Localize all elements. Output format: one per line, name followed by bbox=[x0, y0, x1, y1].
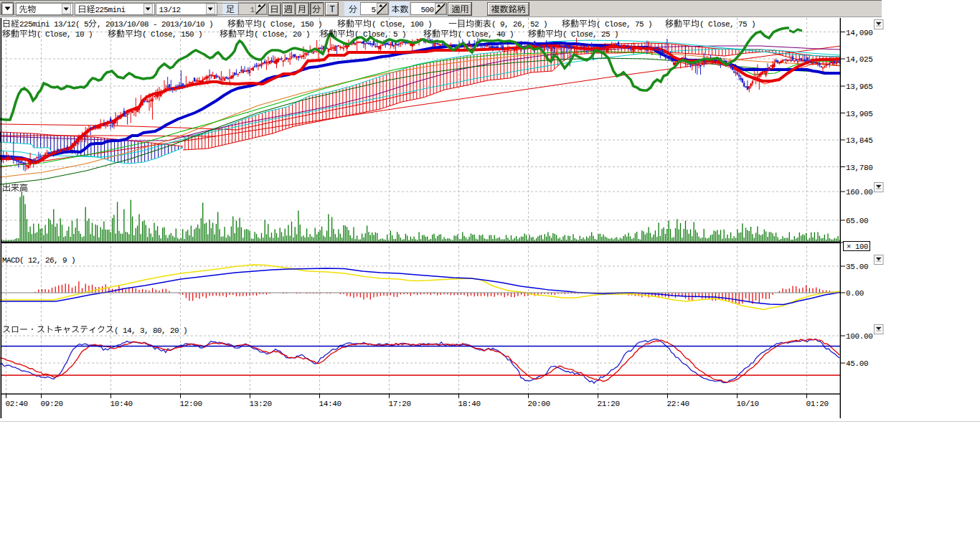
svg-text:225mini: 225mini bbox=[95, 6, 126, 14]
svg-text:( Close, 75 ): ( Close, 75 ) bbox=[699, 20, 755, 29]
svg-text:( 14, 3, 80, 20 ): ( 14, 3, 80, 20 ) bbox=[114, 326, 187, 335]
svg-text:09:20: 09:20 bbox=[41, 400, 63, 408]
svg-text:1: 1 bbox=[250, 6, 255, 14]
svg-text:10/10: 10/10 bbox=[737, 400, 759, 408]
svg-text:, 2013/10/08 - 2013/10/10 ): , 2013/10/08 - 2013/10/10 ) bbox=[97, 20, 213, 29]
svg-text:( Close, 10 ): ( Close, 10 ) bbox=[37, 30, 93, 39]
svg-text:160.00: 160.00 bbox=[846, 188, 873, 197]
svg-text:0.00: 0.00 bbox=[846, 289, 864, 298]
svg-text:45.00: 45.00 bbox=[846, 359, 868, 368]
svg-text:( Close, 20 ): ( Close, 20 ) bbox=[254, 30, 310, 39]
svg-text:13/12: 13/12 bbox=[159, 6, 181, 14]
svg-text:21:20: 21:20 bbox=[598, 400, 620, 408]
svg-text:13,905: 13,905 bbox=[846, 110, 873, 118]
svg-text:20:00: 20:00 bbox=[528, 400, 550, 408]
svg-text:( Close, 40 ): ( Close, 40 ) bbox=[458, 30, 514, 39]
svg-text:500: 500 bbox=[420, 6, 433, 14]
svg-text:14,090: 14,090 bbox=[846, 29, 873, 37]
svg-text:( Close, 150 ): ( Close, 150 ) bbox=[142, 30, 202, 39]
svg-text:5: 5 bbox=[371, 6, 375, 14]
svg-text:65.00: 65.00 bbox=[846, 217, 868, 225]
svg-text:22:40: 22:40 bbox=[667, 400, 689, 408]
svg-text:18:40: 18:40 bbox=[458, 400, 481, 408]
svg-text:01:20: 01:20 bbox=[806, 400, 829, 408]
svg-text:MACD( 12, 26, 9 ): MACD( 12, 26, 9 ) bbox=[2, 256, 75, 265]
svg-text:T: T bbox=[330, 5, 335, 15]
svg-text:( Close, 75 ): ( Close, 75 ) bbox=[596, 20, 652, 29]
svg-text:12:00: 12:00 bbox=[180, 400, 202, 408]
svg-text:35.00: 35.00 bbox=[846, 263, 868, 271]
svg-text:14:40: 14:40 bbox=[319, 400, 341, 408]
svg-text:( Close, 5 ): ( Close, 5 ) bbox=[354, 30, 406, 39]
svg-text:100.00: 100.00 bbox=[846, 332, 873, 341]
svg-text:× 100: × 100 bbox=[847, 242, 868, 251]
svg-text:( 9, 26, 52 ): ( 9, 26, 52 ) bbox=[491, 20, 547, 29]
svg-text:( Close, 150 ): ( Close, 150 ) bbox=[262, 20, 322, 29]
svg-text:13,780: 13,780 bbox=[846, 164, 873, 172]
svg-text:( Close, 100 ): ( Close, 100 ) bbox=[372, 20, 432, 29]
svg-text:225mini 13/12( 5: 225mini 13/12( 5 bbox=[19, 20, 88, 29]
svg-text:13,965: 13,965 bbox=[846, 83, 873, 91]
svg-text:14,025: 14,025 bbox=[846, 55, 873, 64]
svg-text:02:40: 02:40 bbox=[6, 400, 28, 408]
svg-text:13:20: 13:20 bbox=[250, 400, 272, 408]
svg-text:17:20: 17:20 bbox=[389, 400, 411, 408]
svg-text:10:40: 10:40 bbox=[110, 400, 133, 408]
svg-text:( Close, 25 ): ( Close, 25 ) bbox=[562, 30, 618, 39]
svg-text:13,845: 13,845 bbox=[846, 136, 873, 145]
